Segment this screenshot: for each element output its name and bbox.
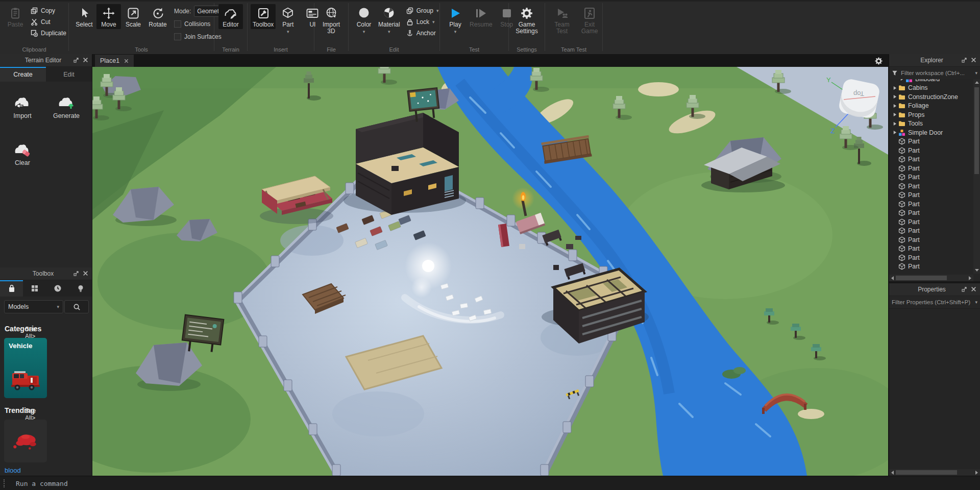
- select-tool-button[interactable]: Select: [72, 4, 96, 29]
- scroll-right-arrow[interactable]: [975, 471, 978, 475]
- tree-item-billboard[interactable]: Billboard: [889, 79, 973, 84]
- properties-hscrollbar[interactable]: [889, 469, 980, 476]
- terrain-clear-button[interactable]: Clear: [4, 140, 41, 166]
- close-icon[interactable]: [124, 59, 129, 63]
- expand-caret-icon[interactable]: [892, 121, 897, 126]
- scroll-left-arrow[interactable]: [891, 471, 894, 475]
- blood-item-card[interactable]: [4, 420, 47, 462]
- scrollbar-thumb[interactable]: [896, 470, 957, 475]
- lock-button[interactable]: Lock▾: [406, 16, 439, 28]
- expand-caret-icon[interactable]: [892, 130, 897, 135]
- scroll-right-arrow[interactable]: [969, 276, 971, 280]
- undock-icon[interactable]: [73, 57, 79, 63]
- undock-icon[interactable]: [961, 286, 967, 292]
- viewport-settings-gear-icon[interactable]: [874, 57, 883, 67]
- game-settings-button[interactable]: Game Settings: [510, 4, 544, 36]
- team-test-button[interactable]: Team Test: [548, 4, 576, 36]
- tree-item-folder[interactable]: Cabins: [889, 84, 973, 93]
- import-3d-button[interactable]: Import 3D: [316, 4, 347, 36]
- explorer-vscrollbar[interactable]: [973, 79, 980, 274]
- 3d-viewport-canvas[interactable]: Y Z Top: [92, 67, 888, 476]
- vehicle-category-card[interactable]: Vehicle: [4, 338, 47, 398]
- cut-button[interactable]: Cut: [31, 16, 66, 28]
- tree-item-part[interactable]: Part: [889, 164, 973, 173]
- resume-button[interactable]: Resume: [468, 4, 495, 29]
- anchor-button[interactable]: Anchor: [406, 28, 439, 39]
- undock-icon[interactable]: [961, 57, 967, 63]
- tree-item-part[interactable]: Part: [889, 235, 973, 244]
- undock-icon[interactable]: [73, 271, 79, 277]
- explorer-tree[interactable]: Billboard Cabins ConstructionZone Foliag…: [889, 79, 973, 274]
- explorer-filter-field[interactable]: Filter workspace (Ctrl+... ▾: [889, 67, 980, 80]
- expand-caret-icon[interactable]: [892, 112, 897, 117]
- terrain-editor-button[interactable]: Editor: [218, 4, 243, 29]
- tree-item-folder[interactable]: ConstructionZone: [889, 92, 973, 102]
- exit-game-button[interactable]: Exit Game: [576, 4, 603, 36]
- move-tool-button[interactable]: Move: [96, 4, 121, 29]
- tree-item-simple-door[interactable]: Simple Door: [889, 128, 973, 137]
- command-input[interactable]: Run a command: [16, 480, 68, 487]
- explorer-hscrollbar[interactable]: [889, 275, 973, 281]
- scrollbar-thumb[interactable]: [896, 276, 947, 280]
- close-icon[interactable]: [83, 57, 88, 63]
- scrollbar-thumb[interactable]: [974, 87, 979, 174]
- tree-item-part[interactable]: Part: [889, 262, 973, 272]
- tree-item-part[interactable]: Part: [889, 137, 973, 146]
- drag-handle[interactable]: [4, 479, 5, 487]
- duplicate-button[interactable]: Duplicate: [31, 28, 66, 39]
- tab-recent[interactable]: [46, 280, 69, 297]
- insert-part-button[interactable]: Part ▾: [276, 4, 300, 35]
- tree-item-part[interactable]: Part: [889, 173, 973, 182]
- search-button[interactable]: [64, 300, 89, 313]
- tree-item-part[interactable]: Part: [889, 155, 973, 164]
- scroll-up-arrow[interactable]: [975, 81, 979, 84]
- paste-button[interactable]: Paste: [3, 4, 28, 29]
- tree-item-part[interactable]: Part: [889, 217, 973, 227]
- place1-tab[interactable]: Place1: [95, 55, 134, 67]
- tree-item-folder[interactable]: Foliage: [889, 102, 973, 111]
- models-dropdown[interactable]: Models ▾: [4, 300, 63, 313]
- tree-item-part[interactable]: Part: [889, 253, 973, 262]
- blood-item-link[interactable]: blood: [5, 467, 21, 474]
- close-icon[interactable]: [971, 57, 976, 63]
- command-bar[interactable]: Run a command: [0, 476, 980, 490]
- part-cube-icon: [898, 147, 905, 154]
- group-button[interactable]: Group▾: [406, 5, 439, 16]
- close-icon[interactable]: [971, 286, 976, 292]
- part-cube-icon: [898, 201, 905, 208]
- tree-item-part[interactable]: Part: [889, 200, 973, 209]
- tab-creations[interactable]: [69, 280, 92, 297]
- tree-item-part[interactable]: Part: [889, 182, 973, 191]
- expand-caret-icon[interactable]: [892, 104, 897, 108]
- collisions-checkbox[interactable]: [174, 20, 181, 28]
- expand-caret-icon[interactable]: [892, 94, 897, 99]
- expand-caret-icon[interactable]: [892, 86, 897, 90]
- tree-item-part[interactable]: Part: [889, 209, 973, 218]
- tree-item-part[interactable]: Part: [889, 191, 973, 200]
- material-button[interactable]: Material ▾: [376, 4, 402, 35]
- tree-item-part[interactable]: Part: [889, 146, 973, 155]
- rotate-tool-button[interactable]: Rotate: [145, 4, 170, 29]
- scroll-down-arrow[interactable]: [975, 269, 979, 272]
- scroll-left-arrow[interactable]: [891, 276, 894, 280]
- color-button[interactable]: Color ▾: [352, 4, 376, 35]
- dock-splitter[interactable]: [888, 54, 889, 476]
- tree-item-folder[interactable]: Tools: [889, 119, 973, 129]
- tab-edit[interactable]: Edit: [46, 67, 92, 82]
- copy-button[interactable]: Copy: [31, 5, 66, 16]
- terrain-import-button[interactable]: Import: [4, 93, 41, 119]
- terrain-generate-button[interactable]: Generate: [48, 93, 85, 119]
- tree-item-part[interactable]: Part: [889, 244, 973, 254]
- join-surfaces-checkbox[interactable]: [174, 33, 181, 40]
- properties-filter-field[interactable]: Filter Properties (Ctrl+Shift+P) ▾: [889, 296, 980, 309]
- tree-item-folder[interactable]: Props: [889, 110, 973, 119]
- tree-item-part[interactable]: Part: [889, 227, 973, 236]
- tab-inventory[interactable]: [23, 280, 46, 297]
- expand-caret-icon[interactable]: [899, 79, 904, 81]
- close-icon[interactable]: [83, 271, 88, 276]
- tab-create[interactable]: Create: [0, 67, 46, 82]
- scale-tool-button[interactable]: Scale: [121, 4, 145, 29]
- toolbox-button[interactable]: Toolbox: [251, 4, 276, 29]
- play-button[interactable]: Play ▾: [443, 4, 468, 35]
- tab-marketplace[interactable]: [0, 280, 23, 297]
